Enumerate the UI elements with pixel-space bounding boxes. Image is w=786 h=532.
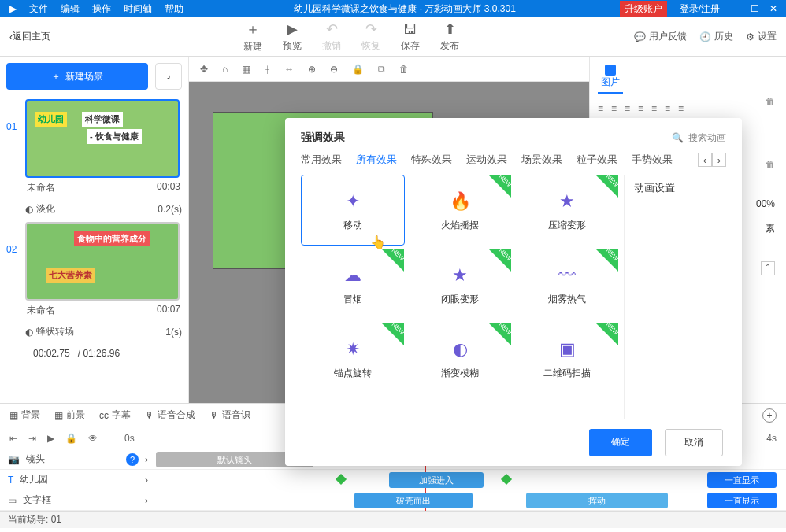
tl-play[interactable]: ▶ bbox=[47, 433, 54, 444]
tab-rec[interactable]: 🎙 语音识 bbox=[209, 408, 250, 422]
scene-index-1: 01 bbox=[6, 99, 19, 198]
chevron-right-icon[interactable]: › bbox=[145, 495, 148, 506]
login-link[interactable]: 登录/注册 bbox=[673, 2, 726, 16]
tab-special[interactable]: 特殊效果 bbox=[411, 153, 452, 167]
new-scene-button[interactable]: ＋ 新建场景 bbox=[6, 63, 148, 90]
thumb-badge: 七大营养素 bbox=[46, 268, 95, 283]
effect-item[interactable]: 〰烟雾热气 bbox=[515, 249, 619, 320]
tab-subtitle[interactable]: cc 字幕 bbox=[99, 408, 131, 422]
keyframe[interactable] bbox=[501, 474, 512, 485]
tool-zoom-out[interactable]: ⊖ bbox=[330, 64, 338, 75]
pointer-cursor-icon: 👆 bbox=[370, 235, 386, 249]
scene-thumb-2[interactable]: 食物中的营养成分 七大营养素 bbox=[25, 222, 180, 301]
tl-lock[interactable]: 🔒 bbox=[65, 433, 77, 444]
menu-action[interactable]: 操作 bbox=[86, 2, 117, 16]
tab-motion[interactable]: 运动效果 bbox=[466, 153, 507, 167]
trash-icon-2[interactable]: 🗑 bbox=[766, 159, 775, 170]
trash-icon[interactable]: 🗑 bbox=[766, 96, 775, 107]
undo-button[interactable]: ↶撤销 bbox=[312, 20, 351, 54]
tab-next[interactable]: › bbox=[712, 153, 726, 167]
menu-file[interactable]: 文件 bbox=[23, 2, 54, 16]
distribute-icon[interactable]: ≡ bbox=[678, 103, 684, 114]
effect-item[interactable]: ★压缩变形 bbox=[515, 175, 619, 246]
tl-back[interactable]: ⇤ bbox=[9, 433, 17, 444]
align-left-icon[interactable]: ≡ bbox=[598, 103, 603, 114]
search-animation[interactable]: 🔍 搜索动画 bbox=[672, 131, 726, 145]
new-badge bbox=[596, 323, 618, 345]
sound-button[interactable]: ♪ bbox=[155, 63, 182, 90]
minimize-button[interactable]: — bbox=[726, 3, 745, 14]
keyframe[interactable] bbox=[336, 474, 347, 485]
save-button[interactable]: 🖫保存 bbox=[391, 20, 430, 54]
tool-delete[interactable]: 🗑 bbox=[399, 64, 409, 75]
chevron-right-icon[interactable]: › bbox=[145, 475, 148, 486]
tab-fg-label: 前景 bbox=[66, 408, 85, 422]
tab-gesture[interactable]: 手势效果 bbox=[632, 153, 673, 167]
tool-copy[interactable]: ⧉ bbox=[378, 64, 385, 75]
effect-item[interactable]: ✦移动 bbox=[301, 175, 405, 246]
effect-item[interactable]: ▣二维码扫描 bbox=[515, 323, 619, 393]
help-icon[interactable]: ? bbox=[126, 453, 139, 466]
tool-home[interactable]: ⌂ bbox=[222, 64, 228, 75]
clip-always[interactable]: 一直显示 bbox=[707, 493, 777, 508]
align-bottom-icon[interactable]: ≡ bbox=[665, 103, 670, 114]
new-button[interactable]: ＋新建 bbox=[233, 20, 273, 54]
close-button[interactable]: ✕ bbox=[764, 3, 783, 14]
tool-grid[interactable]: ▦ bbox=[242, 64, 250, 75]
effect-item[interactable]: ◐渐变模糊 bbox=[408, 323, 512, 393]
tab-common[interactable]: 常用效果 bbox=[301, 153, 342, 167]
tab-all[interactable]: 所有效果 bbox=[356, 153, 397, 167]
chevron-right-icon[interactable]: › bbox=[145, 454, 148, 465]
upgrade-button[interactable]: 升级账户 bbox=[620, 1, 667, 17]
settings-link[interactable]: ⚙ 设置 bbox=[746, 30, 777, 43]
tab-foreground[interactable]: ▦ 前景 bbox=[54, 408, 85, 422]
tool-align[interactable]: ↔ bbox=[284, 64, 294, 75]
clip-burst[interactable]: 破壳而出 bbox=[354, 493, 473, 508]
tab-particle[interactable]: 粒子效果 bbox=[577, 153, 617, 167]
clip-enter[interactable]: 加强进入 bbox=[389, 472, 484, 488]
effect-item[interactable]: ☁冒烟 bbox=[301, 249, 405, 320]
tl-eye[interactable]: 👁 bbox=[88, 433, 98, 444]
tab-picture[interactable]: 图片 bbox=[598, 65, 623, 94]
tab-scene[interactable]: 场景效果 bbox=[521, 153, 562, 167]
preview-button[interactable]: ▶预览 bbox=[273, 20, 312, 54]
tab-prev[interactable]: ‹ bbox=[698, 153, 712, 167]
transition-duration: 0.2(s) bbox=[158, 204, 182, 215]
effect-item[interactable]: ★闭眼变形 bbox=[408, 249, 512, 320]
redo-button[interactable]: ↷恢复 bbox=[351, 20, 391, 54]
align-top-icon[interactable]: ≡ bbox=[638, 103, 643, 114]
undo-label: 撤销 bbox=[322, 39, 341, 53]
menu-timeline[interactable]: 时间轴 bbox=[117, 2, 158, 16]
effect-item[interactable]: ✷锚点旋转 bbox=[301, 323, 405, 393]
effect-label: 闭眼变形 bbox=[441, 293, 479, 306]
feedback-link[interactable]: 💬 用户反馈 bbox=[634, 30, 687, 43]
menu-edit[interactable]: 编辑 bbox=[54, 2, 86, 16]
tab-background[interactable]: ▦ 背景 bbox=[9, 408, 40, 422]
effect-icon: 〰 bbox=[554, 263, 580, 288]
effect-item[interactable]: 🔥火焰摇摆 bbox=[408, 175, 512, 246]
cancel-button[interactable]: 取消 bbox=[665, 429, 723, 456]
clip-always[interactable]: 一直显示 bbox=[707, 472, 777, 488]
new-badge bbox=[489, 175, 511, 198]
scene-thumb-1[interactable]: 幼儿园 - 饮食与健康 科学微课 bbox=[25, 99, 180, 178]
tool-ruler[interactable]: ⟊ bbox=[265, 64, 270, 75]
add-track-button[interactable]: + bbox=[762, 408, 777, 423]
tool-zoom-in[interactable]: ⊕ bbox=[308, 64, 316, 75]
tab-tts[interactable]: 🎙 语音合成 bbox=[145, 408, 195, 422]
history-link[interactable]: 🕘 历史 bbox=[699, 30, 733, 43]
align-middle-icon[interactable]: ≡ bbox=[651, 103, 657, 114]
ok-button[interactable]: 确定 bbox=[589, 429, 652, 456]
tl-fwd[interactable]: ⇥ bbox=[28, 433, 36, 444]
menu-help[interactable]: 帮助 bbox=[158, 2, 190, 16]
maximize-button[interactable]: ☐ bbox=[745, 3, 764, 14]
align-right-icon[interactable]: ≡ bbox=[625, 103, 630, 114]
publish-button[interactable]: ⬆发布 bbox=[430, 20, 469, 54]
transition-row[interactable]: ◐ 蜂状转场1(s) bbox=[6, 323, 182, 345]
transition-row[interactable]: ◐ 淡化0.2(s) bbox=[6, 201, 182, 222]
align-center-icon[interactable]: ≡ bbox=[611, 103, 617, 114]
collapse-up-button[interactable]: ˄ bbox=[761, 261, 775, 275]
clip-wave[interactable]: 挥动 bbox=[526, 493, 668, 508]
back-home[interactable]: ‹ 返回主页 bbox=[0, 30, 60, 43]
tool-pan[interactable]: ✥ bbox=[200, 64, 208, 75]
tool-lock[interactable]: 🔒 bbox=[352, 64, 364, 75]
